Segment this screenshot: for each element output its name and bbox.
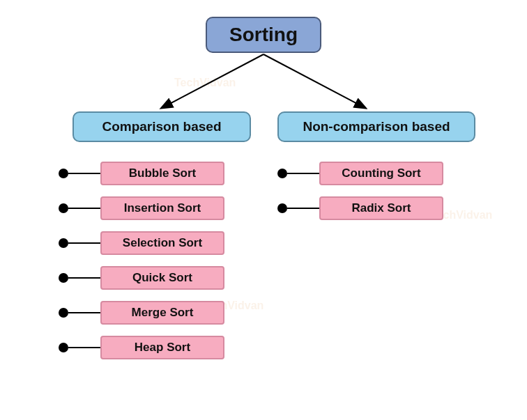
connector-line	[68, 312, 100, 313]
item-label: Counting Sort	[342, 166, 420, 180]
bullet-icon	[277, 169, 287, 178]
bullet-icon	[59, 308, 68, 318]
bullet-icon	[59, 169, 68, 178]
connector-line	[68, 277, 100, 279]
root-node: Sorting	[206, 17, 321, 53]
item-radix-sort: Radix Sort	[319, 196, 443, 220]
connector-line	[68, 208, 100, 209]
item-label: Selection Sort	[123, 236, 202, 250]
item-heap-sort: Heap Sort	[100, 336, 224, 359]
item-label: Merge Sort	[132, 306, 194, 320]
category-label: Comparison based	[102, 119, 221, 134]
bullet-icon	[277, 203, 287, 213]
item-label: Heap Sort	[135, 341, 190, 355]
svg-line-2	[264, 54, 365, 108]
item-counting-sort: Counting Sort	[319, 162, 443, 185]
bullet-icon	[59, 203, 68, 213]
root-label: Sorting	[229, 24, 298, 46]
bullet-icon	[59, 238, 68, 248]
item-selection-sort: Selection Sort	[100, 231, 224, 255]
bullet-icon	[59, 343, 68, 352]
item-label: Insertion Sort	[124, 201, 201, 215]
item-quick-sort: Quick Sort	[100, 266, 224, 290]
connector-line	[287, 208, 319, 209]
connector-line	[68, 347, 100, 348]
watermark: TechVidvan	[174, 77, 236, 89]
connector-line	[287, 173, 319, 174]
item-label: Radix Sort	[351, 201, 411, 215]
category-noncomparison: Non-comparison based	[277, 111, 475, 142]
category-comparison: Comparison based	[72, 111, 251, 142]
connector-line	[68, 242, 100, 244]
item-label: Bubble Sort	[129, 166, 196, 180]
item-merge-sort: Merge Sort	[100, 301, 224, 325]
item-insertion-sort: Insertion Sort	[100, 196, 224, 220]
item-label: Quick Sort	[132, 271, 192, 285]
item-bubble-sort: Bubble Sort	[100, 162, 224, 185]
category-label: Non-comparison based	[303, 119, 450, 134]
connector-line	[68, 173, 100, 174]
bullet-icon	[59, 273, 68, 283]
